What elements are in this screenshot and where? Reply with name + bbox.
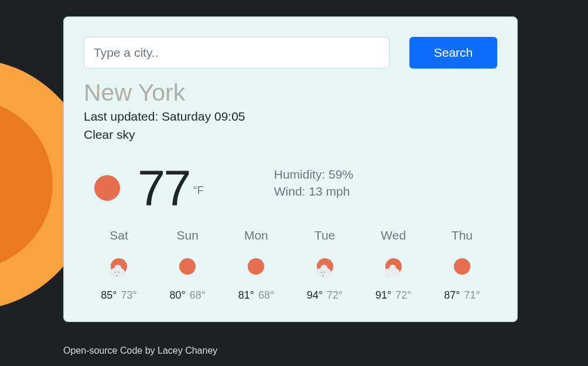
temperature-unit: °F	[193, 184, 204, 197]
weather-card: Search New York Last updated: Saturday 0…	[63, 16, 518, 322]
forecast-icon	[156, 253, 219, 280]
forecast-hi: 87°	[444, 289, 460, 301]
weather-condition: Clear sky	[84, 126, 497, 143]
wind: Wind: 13 mph	[274, 183, 353, 200]
forecast-hi: 81°	[238, 289, 254, 301]
footer: Open-source Code by Lacey Chaney	[63, 346, 217, 356]
city-name: New York	[84, 79, 497, 107]
forecast-hi: 94°	[307, 289, 323, 301]
forecast-lo: 68°	[190, 289, 206, 301]
forecast-day: Sun 80° 68°	[156, 228, 219, 302]
last-updated: Last updated: Saturday 09:05	[84, 108, 497, 125]
forecast-hi: 80°	[169, 289, 185, 301]
forecast-day: Thu 87° 71°	[430, 228, 494, 302]
humidity: Humidity: 59%	[274, 166, 353, 183]
sun-icon	[179, 258, 196, 275]
forecast-icon	[430, 253, 494, 280]
forecast-day-name: Thu	[430, 228, 494, 242]
forecast-day: Tue ، ،، 94° 72°	[293, 228, 357, 302]
forecast-icon	[224, 253, 288, 280]
forecast-temps: 91° 72°	[362, 289, 425, 302]
forecast-lo: 68°	[258, 289, 274, 301]
forecast-hi: 85°	[101, 289, 117, 301]
source-link[interactable]: Open-source Code	[63, 346, 142, 355]
weather-stats: Humidity: 59% Wind: 13 mph	[274, 166, 353, 200]
search-row: Search	[84, 37, 497, 69]
forecast-row: Sat ، ،، 85° 73° Sun 80° 68° Mon 81° 68°…	[84, 228, 497, 302]
forecast-day-name: Tue	[293, 228, 357, 242]
current-left: 77 °F	[84, 165, 204, 212]
forecast-lo: 73°	[121, 289, 137, 301]
forecast-temps: 80° 68°	[156, 289, 219, 302]
last-updated-time: Saturday 09:05	[162, 110, 245, 123]
wind-label: Wind:	[274, 184, 309, 198]
author-link[interactable]: Lacey Chaney	[158, 346, 217, 355]
forecast-day-name: Mon	[224, 228, 288, 242]
humidity-value: 59%	[329, 167, 353, 181]
forecast-day: Wed 91° 72°	[362, 228, 425, 302]
forecast-temps: 85° 73°	[87, 289, 151, 302]
forecast-icon: ، ،،	[87, 253, 151, 280]
forecast-day-name: Sun	[156, 228, 219, 242]
current-weather-icon	[84, 175, 131, 201]
sun-icon	[454, 258, 470, 275]
forecast-day: Sat ، ،، 85° 73°	[87, 228, 151, 302]
forecast-temps: 81° 68°	[224, 289, 288, 302]
sun-icon	[248, 258, 264, 275]
wind-value: 13 mph	[309, 184, 350, 198]
forecast-icon	[362, 253, 425, 280]
sun-icon	[94, 175, 120, 201]
current-weather-row: 77 °F Humidity: 59% Wind: 13 mph	[84, 165, 497, 212]
forecast-day-name: Sat	[87, 228, 151, 242]
search-button[interactable]: Search	[409, 37, 497, 69]
current-temperature: 77	[138, 165, 190, 212]
cloud-icon	[384, 268, 399, 278]
humidity-label: Humidity:	[274, 167, 329, 181]
footer-mid: by	[142, 346, 158, 355]
forecast-day-name: Wed	[362, 228, 425, 242]
forecast-day: Mon 81° 68°	[224, 228, 288, 302]
rain-icon: ، ،،	[114, 269, 119, 276]
forecast-lo: 71°	[464, 289, 480, 301]
last-updated-prefix: Last updated:	[84, 110, 162, 123]
city-search-input[interactable]	[84, 37, 389, 69]
forecast-temps: 94° 72°	[293, 289, 357, 302]
forecast-hi: 91°	[375, 289, 391, 301]
rain-icon: ، ،،	[320, 269, 326, 276]
forecast-lo: 72°	[395, 289, 411, 301]
forecast-icon: ، ،،	[293, 253, 357, 280]
forecast-temps: 87° 71°	[430, 289, 494, 302]
forecast-lo: 72°	[327, 289, 343, 301]
